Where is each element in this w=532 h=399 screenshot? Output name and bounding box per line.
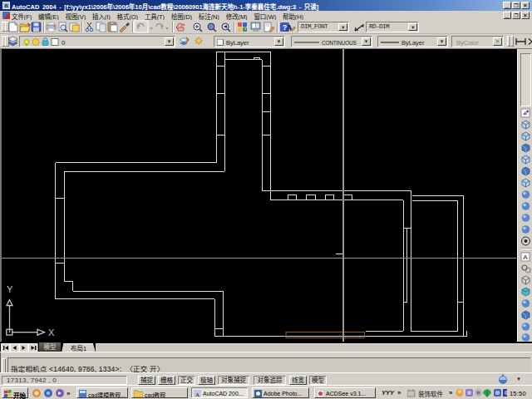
svg-text:A: A — [195, 391, 200, 397]
svg-text:X: X — [48, 328, 55, 337]
svg-text:Y: Y — [7, 284, 13, 294]
svg-text:A: A — [286, 22, 293, 32]
svg-text:A: A — [523, 254, 528, 261]
